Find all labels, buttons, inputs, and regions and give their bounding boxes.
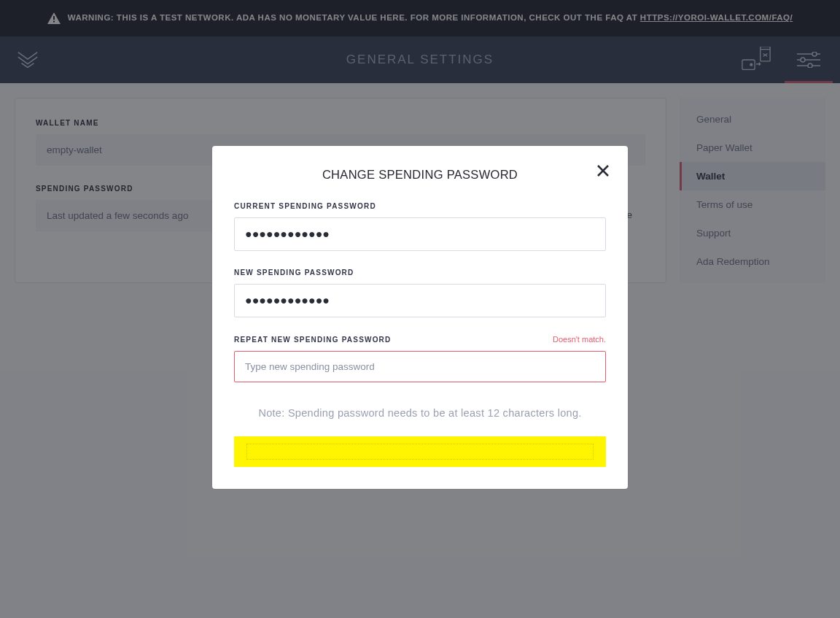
- change-password-modal: CHANGE SPENDING PASSWORD CURRENT SPENDIN…: [212, 146, 628, 489]
- current-password-input[interactable]: [234, 217, 606, 251]
- save-button[interactable]: SAVE: [234, 436, 606, 467]
- repeat-password-label: REPEAT NEW SPENDING PASSWORD: [234, 336, 391, 344]
- repeat-password-input[interactable]: [234, 351, 606, 382]
- password-note: Note: Spending password needs to be at l…: [234, 407, 606, 419]
- new-password-input[interactable]: [234, 284, 606, 317]
- repeat-password-error: Doesn't match.: [553, 335, 606, 344]
- new-password-label: NEW SPENDING PASSWORD: [234, 269, 354, 277]
- modal-title: CHANGE SPENDING PASSWORD: [234, 168, 606, 182]
- current-password-label: CURRENT SPENDING PASSWORD: [234, 202, 376, 210]
- modal-overlay[interactable]: CHANGE SPENDING PASSWORD CURRENT SPENDIN…: [0, 0, 840, 618]
- close-icon[interactable]: [594, 162, 612, 179]
